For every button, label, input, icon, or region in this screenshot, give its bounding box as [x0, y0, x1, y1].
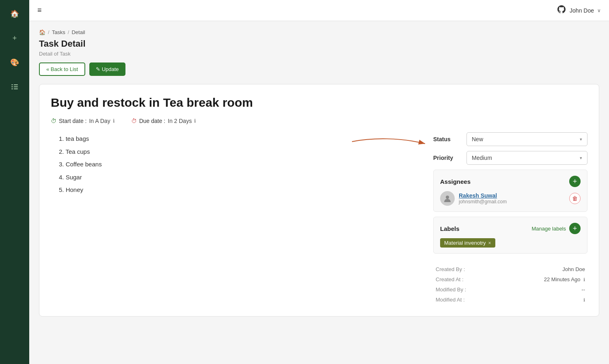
priority-value: Medium [472, 155, 492, 161]
task-title: Buy and restock in Tea break room [51, 96, 587, 110]
start-date-value: In A Day [89, 118, 110, 124]
svg-rect-4 [11, 88, 13, 89]
page-title: Task Detail [39, 39, 599, 49]
svg-rect-1 [14, 84, 18, 85]
sidebar-home-icon[interactable]: 🏠 [7, 6, 22, 21]
page-subtitle: Detail of Task [39, 51, 599, 57]
back-to-list-button[interactable]: « Back to List [39, 62, 85, 76]
svg-rect-3 [14, 86, 18, 87]
modified-by-value: -- [500, 284, 587, 295]
modified-at-label: Modified At : [433, 295, 500, 305]
due-date-info-icon[interactable]: ℹ [194, 118, 196, 124]
label-tag: Material invenotry × [440, 238, 495, 248]
list-item: 4. Sugar [59, 171, 422, 184]
hamburger-icon[interactable]: ≡ [37, 6, 42, 15]
labels-list: Material invenotry × [440, 238, 581, 248]
modified-at-info-icon[interactable]: ℹ [583, 297, 585, 302]
user-dropdown-caret[interactable]: ∨ [597, 8, 601, 13]
created-by-value: John Doe [500, 264, 587, 274]
status-label: Status [433, 136, 462, 142]
breadcrumb-home-icon[interactable]: 🏠 [39, 29, 45, 35]
due-date-value: In 2 Days [168, 118, 192, 124]
breadcrumb-sep-1: / [48, 29, 50, 35]
assignees-title: Assignees [440, 178, 471, 185]
task-content: 1. tea bags 2. Tea cups 3. Coffee beans … [51, 132, 422, 305]
sidebar-palette-icon[interactable]: 🎨 [7, 55, 22, 70]
label-text: Material invenotry [444, 240, 486, 246]
due-date-item: ⏱ Due date : In 2 Days ℹ [131, 118, 197, 124]
topbar-left: ≡ [37, 6, 42, 15]
meta-table: Created By : John Doe Created At : 22 Mi… [433, 264, 587, 305]
task-items-list: 1. tea bags 2. Tea cups 3. Coffee beans … [51, 132, 422, 196]
meta-modified-by-row: Modified By : -- [433, 284, 587, 295]
breadcrumb-detail: Detail [71, 29, 85, 35]
priority-caret: ▾ [580, 155, 582, 161]
due-date-label: Due date : [139, 118, 166, 124]
topbar-right[interactable]: John Doe ∨ [557, 4, 601, 17]
labels-header: Labels Manage labels + [440, 223, 581, 234]
topbar: ≡ John Doe ∨ [29, 0, 609, 21]
created-at-value: 22 Minutes Ago ℹ [500, 274, 587, 284]
update-button[interactable]: ✎ Update [89, 62, 125, 76]
sidebar-plus-icon[interactable]: + [7, 31, 22, 45]
remove-assignee-button[interactable]: 🗑 [569, 193, 581, 204]
task-body: 1. tea bags 2. Tea cups 3. Coffee beans … [51, 132, 587, 305]
list-item: 3. Coffee beans [59, 158, 422, 171]
labels-title: Labels [440, 225, 460, 232]
priority-select[interactable]: Medium ▾ [466, 151, 587, 165]
dates-row: ⏱ Start date : In A Day ℹ ⏱ Due date : I… [51, 118, 587, 124]
assignees-header: Assignees + [440, 176, 581, 187]
assignees-section: Assignees + Rakesh Suwal [433, 170, 587, 212]
content-area: 🏠 / Tasks / Detail Task Detail Detail of… [29, 21, 609, 364]
user-name[interactable]: John Doe [570, 7, 594, 14]
assignee-info: Rakesh Suwal johnsmith@gmail.com [459, 192, 565, 205]
priority-label: Priority [433, 155, 462, 161]
meta-modified-at-row: Modified At : ℹ [433, 295, 587, 305]
start-date-info-icon[interactable]: ℹ [113, 118, 115, 124]
modified-at-value: ℹ [500, 295, 587, 305]
svg-rect-0 [11, 84, 13, 85]
breadcrumb-tasks[interactable]: Tasks [52, 29, 65, 35]
label-remove-icon[interactable]: × [488, 240, 491, 246]
svg-rect-2 [11, 86, 13, 87]
assignee-avatar [440, 191, 455, 206]
created-by-label: Created By : [433, 264, 500, 274]
github-icon [557, 4, 566, 17]
assignee-row: Rakesh Suwal johnsmith@gmail.com 🗑 [440, 191, 581, 206]
start-date-label: Start date : [59, 118, 86, 124]
svg-point-7 [446, 196, 449, 199]
start-date-item: ⏱ Start date : In A Day ℹ [51, 118, 115, 124]
list-item: 2. Tea cups [59, 145, 422, 158]
add-assignee-button[interactable]: + [569, 176, 581, 187]
status-caret: ▾ [580, 137, 582, 142]
modified-by-label: Modified By : [433, 284, 500, 295]
right-panel: Status New ▾ Priority Medium ▾ [433, 132, 587, 305]
due-date-icon: ⏱ [131, 118, 137, 124]
main-area: ≡ John Doe ∨ 🏠 / Tasks / Detail Task Det… [29, 0, 609, 364]
status-select[interactable]: New ▾ [466, 132, 587, 146]
add-label-button[interactable]: + [569, 223, 581, 234]
manage-labels-link[interactable]: Manage labels [531, 226, 566, 232]
meta-created-by-row: Created By : John Doe [433, 264, 587, 274]
created-at-info-icon[interactable]: ℹ [583, 277, 585, 282]
sidebar: 🏠 + 🎨 [0, 0, 29, 364]
assignee-name[interactable]: Rakesh Suwal [459, 192, 565, 199]
meta-created-at-row: Created At : 22 Minutes Ago ℹ [433, 274, 587, 284]
sidebar-tasks-icon[interactable] [7, 80, 22, 94]
status-value: New [472, 136, 483, 142]
created-at-label: Created At : [433, 274, 500, 284]
list-item: 1. tea bags [59, 132, 422, 145]
svg-rect-5 [14, 88, 18, 89]
list-item: 5. Honey [59, 183, 422, 196]
breadcrumb: 🏠 / Tasks / Detail [39, 29, 599, 35]
labels-section: Labels Manage labels + Material invenotr… [433, 217, 587, 254]
assignee-email: johnsmith@gmail.com [459, 199, 565, 205]
breadcrumb-sep-2: / [68, 29, 69, 35]
task-card: Buy and restock in Tea break room ⏱ Star… [39, 84, 599, 317]
action-buttons: « Back to List ✎ Update [39, 62, 599, 76]
priority-field-row: Priority Medium ▾ [433, 151, 587, 165]
status-field-row: Status New ▾ [433, 132, 587, 146]
start-date-icon: ⏱ [51, 118, 56, 124]
